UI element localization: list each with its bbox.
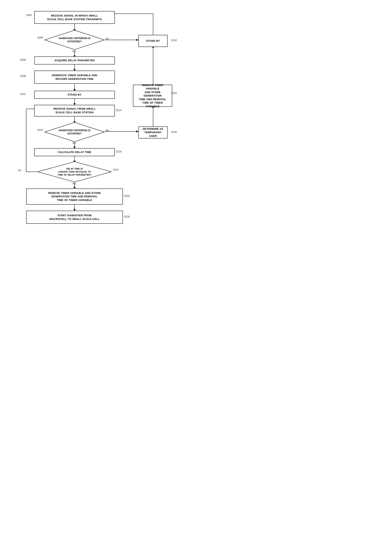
- s218-label: S218: [116, 150, 121, 153]
- s226-text: REMOVE TIMER VARIABLE AND STORE GENERATI…: [48, 191, 101, 202]
- s226-label: S226: [124, 194, 130, 197]
- s210-box: STAND BY: [138, 35, 168, 47]
- s204-text: HANDOVER CRITERION IS SATISFIED?: [55, 37, 94, 43]
- s216-diamond: HANDOVER CRITERION IS SATISFIED?: [44, 122, 105, 142]
- s208-label: S208: [20, 75, 26, 77]
- s204-label: S204: [37, 36, 43, 39]
- s220-label: S220: [171, 131, 177, 133]
- s210-text: STAND BY: [146, 39, 160, 43]
- s214-text: RECEIVE SIGNAL FROM SMALL SCALE CELL BAS…: [53, 107, 96, 114]
- s220-text: DETERMINE AS TEMPORARY USER: [141, 127, 165, 138]
- s216-yes: Yes: [72, 142, 76, 145]
- s202-box: RECEIVE SIGNAL IN WHICH SMALL SCALE CELL…: [34, 11, 115, 24]
- s216-text: HANDOVER CRITERION IS SATISFIED?: [55, 129, 94, 135]
- s224-label: S224: [113, 168, 118, 171]
- s204-no: No: [106, 37, 109, 40]
- s228-box: START HANDOVER FROM MACROCELL TO SMALL S…: [26, 211, 123, 224]
- s224-diamond: DELAY TIME IS LARGER THAN OR EQUAL TO TI…: [37, 161, 112, 182]
- s212-text: STAND BY: [68, 93, 82, 97]
- s202-label: S202: [26, 14, 32, 17]
- s202-text: RECEIVE SIGNAL IN WHICH SMALL SCALE CELL…: [47, 14, 102, 21]
- s218-text: CALCULATE DELAY TIME: [58, 150, 91, 154]
- s206-label: S206: [20, 58, 26, 61]
- svg-marker-21: [136, 39, 138, 41]
- s208-text: GENERATE TIMER VARIABLE AND RECORD GENER…: [52, 74, 97, 81]
- svg-marker-26: [136, 130, 138, 133]
- flowchart: RECEIVE SIGNAL IN WHICH SMALL SCALE CELL…: [0, 0, 196, 268]
- s204-yes: Yes: [72, 50, 76, 53]
- s220-box: DETERMINE AS TEMPORARY USER: [138, 126, 168, 138]
- s226-box: REMOVE TIMER VARIABLE AND STORE GENERATI…: [26, 189, 123, 205]
- s208-box: GENERATE TIMER VARIABLE AND RECORD GENER…: [34, 71, 115, 84]
- s224-yes: Yes: [72, 182, 76, 185]
- s214-label: S214: [116, 109, 121, 112]
- s212-label: S212: [20, 93, 26, 95]
- s204-diamond: HANDOVER CRITERION IS SATISFIED?: [44, 30, 105, 50]
- s206-box: ACQUIRE DELAY PARAMETER: [34, 57, 115, 65]
- s214-box: RECEIVE SIGNAL FROM SMALL SCALE CELL BAS…: [34, 105, 115, 117]
- s210-label: S210: [171, 39, 177, 42]
- s222-text: REMOVE TIMER VARIABLE AND STORE GENERATI…: [136, 83, 169, 108]
- s216-label: S216: [37, 129, 43, 131]
- s228-label: S228: [124, 215, 130, 218]
- s224-no: No: [18, 169, 21, 172]
- s218-box: CALCULATE DELAY TIME: [34, 148, 115, 156]
- s212-box: STAND BY: [34, 91, 115, 99]
- s222-label: S222: [171, 92, 177, 95]
- s224-text: DELAY TIME IS LARGER THAN OR EQUAL TO TI…: [54, 167, 95, 176]
- s228-text: START HANDOVER FROM MACROCELL TO SMALL S…: [50, 214, 100, 221]
- s222-box: REMOVE TIMER VARIABLE AND STORE GENERATI…: [133, 85, 172, 107]
- s216-no: No: [106, 129, 109, 132]
- s206-text: ACQUIRE DELAY PARAMETER: [54, 59, 95, 62]
